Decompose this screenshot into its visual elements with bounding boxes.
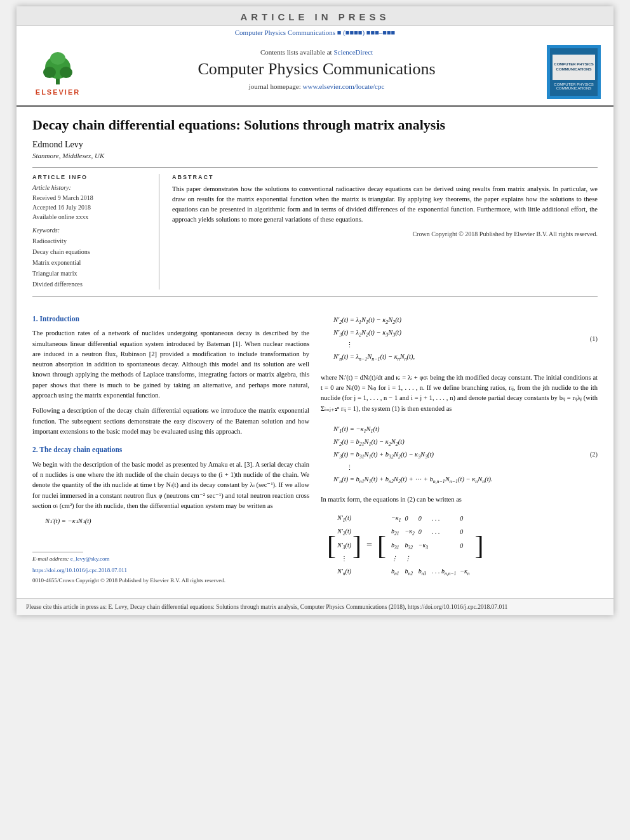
intro-heading: 1. Introduction	[32, 314, 309, 325]
journal-link[interactable]: Computer Physics Communications ■ (■■■■)…	[235, 29, 395, 36]
issn-line: 0010-4655/Crown Copyright © 2018 Publish…	[32, 577, 309, 585]
mr2c4: . . .	[432, 526, 456, 538]
history-items: Received 9 March 2018 Accepted 16 July 2…	[32, 193, 151, 222]
keyword-3: Matrix exponential	[32, 257, 151, 268]
matrix-row-4: ⋮ ⋮	[391, 554, 469, 564]
article-affiliation: Stanmore, Middlesex, UK	[32, 152, 598, 159]
available-date: Available online xxxx	[32, 212, 151, 222]
equation-1-block: N′2(t) = λ1N1(t) − κ2N2(t) N′3(t) = λ2N2…	[321, 310, 598, 369]
eq-number-1: (1)	[590, 334, 598, 344]
copyright-line: Crown Copyright © 2018 Published by Else…	[172, 230, 598, 237]
lv-row4: ⋮	[341, 554, 347, 564]
info-abstract-row: ARTICLE INFO Article history: Received 9…	[32, 167, 598, 297]
mr4c1: ⋮	[391, 554, 401, 564]
journal-link-bar: Computer Physics Communications ■ (■■■■)…	[17, 26, 613, 39]
footnote-email[interactable]: e_levy@sky.com	[70, 556, 110, 562]
doi-url[interactable]: https://doi.org/10.1016/j.cpc.2018.07.01…	[32, 567, 127, 573]
matrix-row-3: b31 b32 −κ3 0	[391, 540, 469, 552]
left-eq-first: N₁′(t) = −κ₁N₁(t)	[45, 517, 91, 524]
cpc-logo-box: COMPUTER PHYSICSCOMMUNICATIONS COMPUTER …	[544, 45, 604, 99]
main-content: 1. Introduction The production rates of …	[32, 306, 598, 586]
eq2-lines: N′1(t) = −κ1N1(t) N′2(t) = b21N1(t) − κ2…	[333, 424, 590, 486]
cpc-logo: COMPUTER PHYSICSCOMMUNICATIONS COMPUTER …	[547, 45, 601, 99]
right-col: N′2(t) = λ1N1(t) − κ2N2(t) N′3(t) = λ2N2…	[321, 306, 598, 586]
article-info-label: ARTICLE INFO	[32, 174, 151, 180]
mr3c4	[432, 540, 456, 552]
mr1c1: −κ1	[391, 513, 401, 524]
doi-line: https://doi.org/10.1016/j.cpc.2018.07.01…	[32, 566, 309, 575]
eq2-line1: N′1(t) = −κ1N1(t)	[333, 424, 590, 436]
received-date: Received 9 March 2018	[32, 193, 151, 203]
cpc-logo-inner-text: COMPUTER PHYSICSCOMMUNICATIONS	[554, 62, 593, 72]
article-in-press-banner: ARTICLE IN PRESS	[17, 6, 613, 26]
mr2c3: 0	[419, 526, 428, 538]
eq1-content: N′2(t) = λ1N1(t) − κ2N2(t) N′3(t) = λ2N2…	[321, 310, 590, 369]
journal-title-center: Contents lists available at ScienceDirec…	[90, 45, 544, 99]
mr5c4: . . . bn,n−1	[432, 566, 456, 578]
eq2-last: N′n(t) = bn1N1(t) + bn2N2(t) + ⋯ + bn,n−…	[333, 474, 590, 486]
mr3c1: b31	[391, 540, 401, 552]
footnote: E-mail address: e_levy@sky.com	[32, 555, 309, 564]
abstract-col: ABSTRACT This paper demonstrates how the…	[172, 174, 598, 290]
mr2c2: −κ2	[405, 526, 414, 538]
intro-para2: Following a description of the decay cha…	[32, 406, 309, 437]
mr5c5: −κn	[460, 566, 469, 578]
left-bracket-open: [	[327, 532, 336, 559]
mr2c5: 0	[460, 526, 469, 538]
mr4c2: ⋮	[405, 554, 414, 564]
left-vector: N′1(t) N′2(t) N′3(t) ⋮ N′n(t)	[337, 513, 351, 578]
history-label: Article history:	[32, 184, 151, 191]
keywords-list: Radioactivity Decay chain equations Matr…	[32, 236, 151, 290]
footnote-divider	[32, 552, 83, 552]
eq2-line3: N′3(t) = b31N1(t) + b32N2(t) − κ3N3(t)	[333, 450, 590, 461]
mr2c1: b21	[391, 526, 401, 538]
left-col: 1. Introduction The production rates of …	[32, 306, 309, 586]
lv-row2: N′2(t)	[337, 526, 351, 538]
article-info-col: ARTICLE INFO Article history: Received 9…	[32, 174, 159, 290]
intro-para1: The production rates of a network of nuc…	[32, 328, 309, 401]
eq1-last: N′n(t) = λn−1Nn−1(t) − κnNn(t),	[333, 352, 590, 363]
homepage-line: journal homepage: www.elsevier.com/locat…	[90, 83, 544, 90]
mr5c1: bn1	[391, 566, 401, 578]
keywords-label: Keywords:	[32, 227, 151, 234]
footnote-email-label: E-mail address:	[32, 556, 69, 562]
matrix-row-5: bn1 bn2 bn3 . . . bn,n−1 −κn	[391, 566, 469, 578]
eq1-line2: N′3(t) = λ2N2(t) − κ3N3(t)	[333, 328, 590, 339]
keyword-4: Triangular matrix	[32, 268, 151, 279]
accepted-date: Accepted 16 July 2018	[32, 203, 151, 212]
eq2-content: N′1(t) = −κ1N1(t) N′2(t) = b21N1(t) − κ2…	[321, 419, 590, 491]
mr5c3: bn3	[419, 566, 428, 578]
page: ARTICLE IN PRESS Computer Physics Commun…	[17, 6, 613, 615]
keyword-1: Radioactivity	[32, 236, 151, 246]
article-author: Edmond Levy	[32, 140, 598, 150]
article-body: Decay chain differential equations: Solu…	[17, 107, 613, 592]
mr3c3: −κ3	[419, 540, 428, 552]
mr3c2: b32	[405, 540, 414, 552]
svg-point-4	[50, 52, 65, 65]
decay-para1: We begin with the description of the bas…	[32, 460, 309, 511]
matrix-eq-sign: =	[366, 537, 372, 553]
eq2-line2: N′2(t) = b21N1(t) − κ2N2(t)	[333, 437, 590, 448]
eq1-line1: N′2(t) = λ1N1(t) − κ2N2(t)	[333, 315, 590, 326]
mr4c3	[419, 554, 428, 564]
cpc-logo-label: COMPUTER PHYSICSCOMMUNICATIONS	[554, 83, 593, 90]
citation-text: Please cite this article in press as: E.…	[26, 604, 507, 610]
mr3c5: 0	[460, 540, 469, 552]
article-title: Decay chain differential equations: Solu…	[32, 116, 598, 135]
right-matrix-close: ]	[475, 532, 484, 559]
elsevier-tree-icon	[36, 48, 80, 86]
mr1c5: 0	[460, 513, 469, 524]
science-direct-link[interactable]: ScienceDirect	[333, 48, 373, 56]
svg-point-2	[43, 67, 56, 78]
where-text: where Nᵢ′(t) = dNᵢ(t)/dt and κᵢ = λᵢ + φ…	[321, 373, 598, 414]
citation-bar: Please cite this article in press as: E.…	[17, 598, 613, 615]
eq2-dots: ⋮	[346, 463, 590, 473]
mr1c2: 0	[405, 513, 414, 524]
journal-name-title: Computer Physics Communications	[90, 60, 544, 79]
homepage-url[interactable]: www.elsevier.com/locate/cpc	[303, 83, 385, 90]
eq-number-2: (2)	[590, 450, 598, 460]
elsevier-logo: ELSEVIER	[26, 45, 90, 99]
keyword-5: Divided differences	[32, 279, 151, 290]
matrix-table: −κ1 0 0 . . . 0 b21 −κ2 0 . . . 0	[387, 510, 473, 580]
contents-available: Contents lists available at ScienceDirec…	[90, 48, 544, 56]
